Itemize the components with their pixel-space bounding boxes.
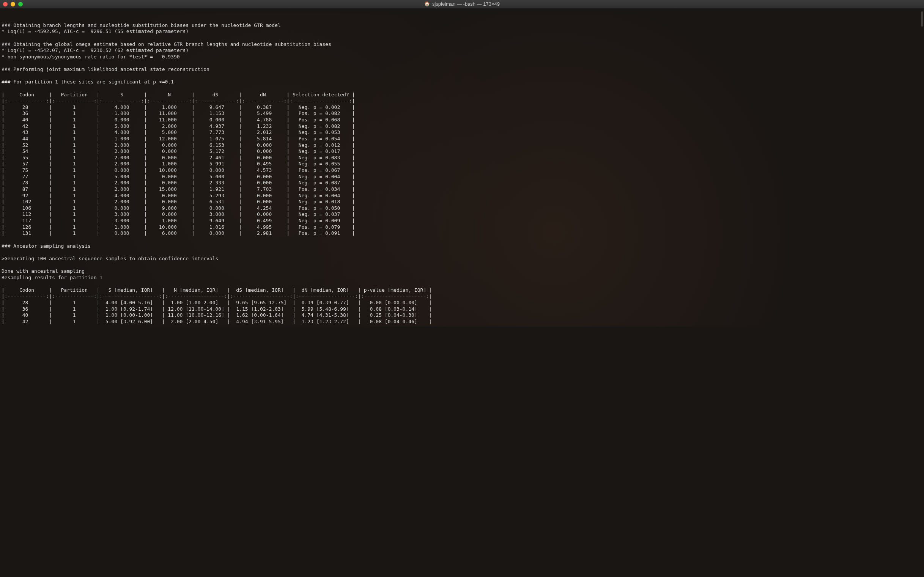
minimize-icon[interactable]	[11, 2, 15, 6]
scrollbar-thumb[interactable]	[921, 11, 923, 27]
close-icon[interactable]	[3, 2, 8, 6]
window-titlebar: 🏠 sjspielman — -bash — 173×49	[0, 0, 924, 9]
zoom-icon[interactable]	[18, 2, 23, 6]
window-title: 🏠 sjspielman — -bash — 173×49	[0, 1, 924, 8]
home-icon: 🏠	[424, 1, 430, 7]
traffic-lights	[3, 2, 23, 6]
terminal-output[interactable]: ### Obtaining branch lengths and nucleot…	[0, 14, 924, 327]
window-title-text: sjspielman — -bash — 173×49	[432, 1, 500, 8]
